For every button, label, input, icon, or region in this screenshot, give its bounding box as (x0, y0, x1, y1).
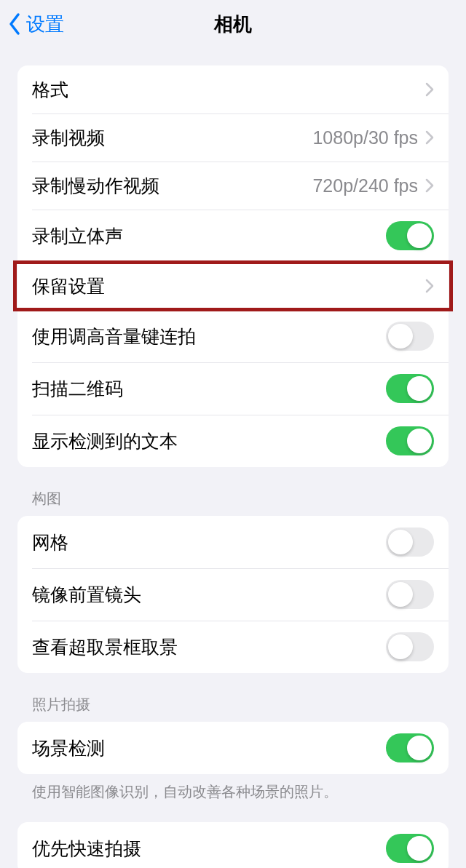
row-查看超取景框取景: 查看超取景框取景 (17, 621, 449, 673)
row-value: 1080p/30 fps (312, 127, 418, 148)
settings-group-2: 网格镜像前置镜头查看超取景框取景 (17, 516, 449, 673)
row-显示检测到的文本: 显示检测到的文本 (17, 415, 449, 467)
row-label: 显示检测到的文本 (32, 429, 178, 453)
row-label: 网格 (32, 530, 68, 554)
toggle-镜像前置镜头[interactable] (386, 580, 434, 609)
toggle-查看超取景框取景[interactable] (386, 632, 434, 661)
row-accessory (425, 279, 434, 293)
row-网格: 网格 (17, 516, 449, 568)
settings-group-3: 场景检测 (17, 722, 449, 774)
toggle-场景检测[interactable] (386, 733, 434, 763)
row-accessory (386, 527, 434, 557)
row-label: 格式 (32, 78, 68, 102)
row-accessory (386, 322, 434, 351)
row-label: 镜像前置镜头 (32, 583, 141, 607)
row-accessory (386, 834, 434, 863)
row-优先快速拍摄: 优先快速拍摄 (17, 822, 449, 868)
row-label: 扫描二维码 (32, 377, 123, 401)
row-accessory (386, 733, 434, 763)
chevron-right-icon (425, 279, 434, 293)
row-扫描二维码: 扫描二维码 (17, 362, 449, 415)
row-格式[interactable]: 格式 (17, 65, 449, 114)
row-使用调高音量键连拍: 使用调高音量键连拍 (17, 310, 449, 362)
group-header-photo: 照片拍摄 (32, 695, 449, 714)
toggle-优先快速拍摄[interactable] (386, 834, 434, 863)
toggle-网格[interactable] (386, 527, 434, 557)
row-label: 使用调高音量键连拍 (32, 324, 196, 349)
row-accessory: 1080p/30 fps (312, 127, 434, 148)
row-录制慢动作视频[interactable]: 录制慢动作视频720p/240 fps (17, 162, 449, 210)
row-保留设置[interactable]: 保留设置 (17, 262, 449, 310)
chevron-right-icon (425, 178, 434, 193)
row-accessory (425, 82, 434, 97)
chevron-right-icon (425, 130, 434, 145)
row-label: 录制立体声 (32, 224, 123, 248)
row-场景检测: 场景检测 (17, 722, 449, 774)
group-header-composition: 构图 (32, 489, 449, 509)
row-录制视频[interactable]: 录制视频1080p/30 fps (17, 114, 449, 162)
row-label: 录制视频 (32, 126, 105, 150)
settings-group-1: 格式录制视频1080p/30 fps录制慢动作视频720p/240 fps录制立… (17, 65, 449, 467)
row-镜像前置镜头: 镜像前置镜头 (17, 568, 449, 621)
row-录制立体声: 录制立体声 (17, 210, 449, 262)
row-accessory (386, 426, 434, 455)
back-label: 设置 (26, 12, 64, 37)
group-footer-photo: 使用智能图像识别，自动改善各种场景的照片。 (32, 781, 449, 802)
toggle-使用调高音量键连拍[interactable] (386, 322, 434, 351)
chevron-right-icon (425, 82, 434, 97)
row-value: 720p/240 fps (312, 175, 418, 196)
back-button[interactable]: 设置 (7, 0, 64, 48)
row-accessory (386, 580, 434, 609)
row-label: 优先快速拍摄 (32, 837, 141, 861)
row-accessory (386, 374, 434, 403)
row-label: 场景检测 (32, 736, 105, 760)
settings-group-4: 优先快速拍摄 (17, 822, 449, 868)
toggle-显示检测到的文本[interactable] (386, 426, 434, 455)
toggle-扫描二维码[interactable] (386, 374, 434, 403)
page-title: 相机 (214, 12, 252, 37)
row-accessory (386, 632, 434, 661)
nav-bar: 设置 相机 (0, 0, 466, 48)
row-label: 录制慢动作视频 (32, 174, 159, 198)
toggle-录制立体声[interactable] (386, 221, 434, 250)
row-accessory (386, 221, 434, 250)
row-label: 保留设置 (32, 274, 105, 298)
row-accessory: 720p/240 fps (312, 175, 434, 196)
chevron-left-icon (7, 12, 23, 36)
row-label: 查看超取景框取景 (32, 635, 178, 659)
